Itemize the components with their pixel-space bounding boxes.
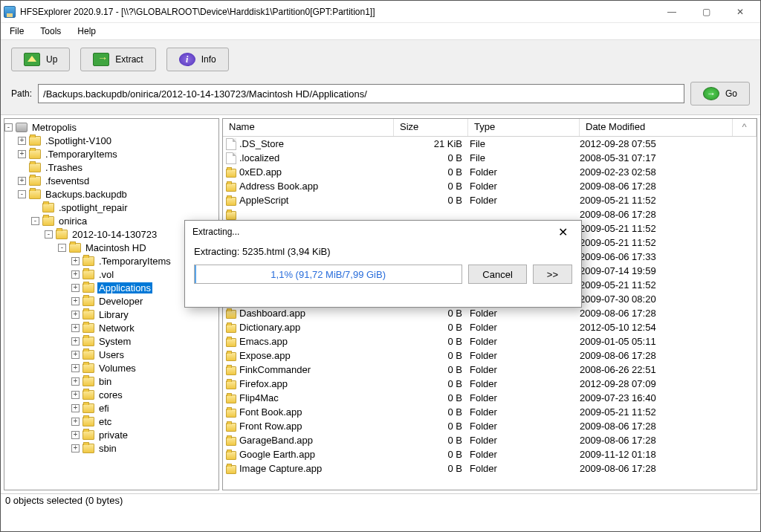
tree-node[interactable]: +Network — [4, 321, 218, 334]
tree-node[interactable]: +System — [4, 334, 218, 348]
file-date: 2009-06-06 17:33 — [580, 251, 757, 262]
col-sort[interactable]: ^ — [733, 119, 757, 136]
expand-icon[interactable]: + — [71, 257, 80, 265]
expand-icon[interactable]: + — [71, 418, 80, 426]
col-size[interactable]: Size — [394, 119, 468, 136]
tree-node[interactable]: +.Spotlight-V100 — [4, 134, 218, 147]
extract-icon — [93, 53, 109, 66]
table-row[interactable]: Dictionary.app0 BFolder2012-05-10 12:54 — [223, 320, 757, 334]
expand-icon[interactable]: + — [18, 177, 26, 185]
tree-node[interactable]: +sbin — [4, 441, 218, 455]
tree-label: Library — [97, 309, 130, 320]
collapse-icon[interactable]: - — [45, 230, 53, 239]
table-row[interactable]: Address Book.app0 BFolder2009-08-06 17:2… — [223, 179, 757, 193]
file-date: 2009-08-06 17:28 — [580, 308, 757, 319]
col-type[interactable]: Type — [468, 119, 580, 136]
expand-icon[interactable]: + — [71, 351, 80, 359]
tree-node[interactable]: -Metropolis — [4, 120, 218, 134]
tree-node[interactable]: +efi — [4, 401, 218, 415]
folder-icon — [226, 310, 236, 319]
file-name: Emacs.app — [239, 336, 288, 347]
table-row[interactable]: .localized0 BFile2008-05-31 07:17 — [223, 151, 757, 165]
tree-node[interactable]: +cores — [4, 388, 218, 401]
tree-node[interactable]: +Volumes — [4, 361, 218, 374]
collapse-icon[interactable]: - — [18, 190, 26, 198]
expand-icon[interactable]: + — [71, 284, 80, 292]
expand-icon[interactable]: + — [71, 311, 80, 319]
expand-icon[interactable]: + — [71, 364, 80, 372]
expand-icon[interactable]: + — [71, 444, 80, 452]
expand-icon[interactable]: + — [71, 297, 80, 305]
table-row[interactable]: Flip4Mac0 BFolder2009-07-23 16:40 — [223, 391, 757, 405]
tree-node[interactable]: +etc — [4, 415, 218, 428]
collapse-icon[interactable]: - — [4, 123, 13, 132]
list-body: .DS_Store21 KiBFile2012-09-28 07:55.loca… — [223, 137, 757, 490]
collapse-icon[interactable]: - — [58, 244, 66, 252]
table-row[interactable]: AppleScript0 BFolder2009-05-21 11:52 — [223, 193, 757, 207]
menu-tools[interactable]: Tools — [37, 25, 64, 38]
minimize-button[interactable]: — — [655, 1, 689, 23]
file-date: 2009-02-23 02:58 — [580, 166, 757, 178]
table-row[interactable]: .DS_Store21 KiBFile2012-09-28 07:55 — [223, 137, 757, 151]
toolbar-area: Up Extract i Info Path: → Go — [1, 39, 760, 114]
expand-icon[interactable]: + — [71, 431, 80, 439]
expand-icon[interactable]: + — [71, 324, 80, 332]
go-icon: → — [703, 87, 719, 100]
tree-node[interactable]: +.fseventsd — [4, 174, 218, 187]
col-name[interactable]: Name — [223, 119, 394, 136]
file-type: Folder — [468, 195, 580, 206]
folder-icon — [226, 211, 236, 220]
folder-icon — [82, 270, 94, 279]
tree-label: .vol — [97, 269, 115, 280]
folder-icon — [82, 444, 94, 453]
expand-icon[interactable]: + — [71, 377, 80, 386]
expand-icon[interactable]: + — [71, 391, 80, 399]
collapse-icon[interactable]: - — [31, 217, 39, 225]
file-date: 2009-05-21 11:52 — [580, 195, 757, 206]
table-row[interactable]: Dashboard.app0 BFolder2009-08-06 17:28 — [223, 306, 757, 320]
tree-label: Applications — [97, 282, 152, 293]
menu-help[interactable]: Help — [74, 25, 99, 38]
go-button[interactable]: → Go — [690, 82, 750, 106]
dialog-close-button[interactable]: ✕ — [552, 224, 574, 241]
file-size: 0 B — [394, 308, 468, 319]
table-row[interactable]: FinkCommander0 BFolder2008-06-26 22:51 — [223, 363, 757, 377]
expand-icon[interactable]: + — [71, 337, 80, 346]
tree-label: .fseventsd — [44, 175, 91, 186]
close-button[interactable]: ✕ — [723, 1, 757, 23]
table-row[interactable]: Expose.app0 BFolder2009-08-06 17:28 — [223, 348, 757, 363]
table-row[interactable]: Front Row.app0 BFolder2009-08-06 17:28 — [223, 419, 757, 433]
folder-icon — [82, 350, 94, 360]
table-row[interactable]: Firefox.app0 BFolder2012-09-28 07:09 — [223, 377, 757, 391]
tree-node[interactable]: .Trashes — [4, 160, 218, 174]
path-input[interactable] — [38, 84, 684, 103]
table-row[interactable]: GarageBand.app0 BFolder2009-08-06 17:28 — [223, 433, 757, 447]
file-type: File — [468, 152, 580, 163]
up-button[interactable]: Up — [11, 48, 70, 71]
file-size: 0 B — [394, 364, 468, 375]
tree-node[interactable]: +private — [4, 428, 218, 441]
expand-icon[interactable]: + — [71, 270, 80, 279]
extract-button[interactable]: Extract — [80, 48, 155, 71]
tree-node[interactable]: +bin — [4, 374, 218, 388]
expand-icon[interactable]: + — [71, 404, 80, 412]
table-row[interactable]: 0xED.app0 BFolder2009-02-23 02:58 — [223, 165, 757, 179]
expand-icon[interactable]: + — [18, 150, 26, 158]
skip-button[interactable]: >> — [533, 265, 572, 284]
maximize-button[interactable]: ▢ — [689, 1, 723, 23]
tree-node[interactable]: -Backups.backupdb — [4, 187, 218, 201]
table-row[interactable]: Emacs.app0 BFolder2009-01-05 05:11 — [223, 334, 757, 348]
tree-node[interactable]: +Library — [4, 308, 218, 321]
tree-node[interactable]: +.TemporaryItems — [4, 147, 218, 160]
menu-file[interactable]: File — [7, 25, 27, 38]
info-button[interactable]: i Info — [166, 48, 229, 71]
table-row[interactable]: Google Earth.app0 BFolder2009-11-12 01:1… — [223, 447, 757, 461]
tree-node[interactable]: +Users — [4, 348, 218, 361]
col-date[interactable]: Date Modified — [580, 119, 733, 136]
tree-node[interactable]: .spotlight_repair — [4, 201, 218, 214]
table-row[interactable]: Image Capture.app0 BFolder2009-08-06 17:… — [223, 461, 757, 476]
table-row[interactable]: Font Book.app0 BFolder2009-05-21 11:52 — [223, 405, 757, 419]
folder-icon — [82, 256, 94, 266]
cancel-button[interactable]: Cancel — [468, 265, 526, 284]
expand-icon[interactable]: + — [18, 137, 26, 145]
